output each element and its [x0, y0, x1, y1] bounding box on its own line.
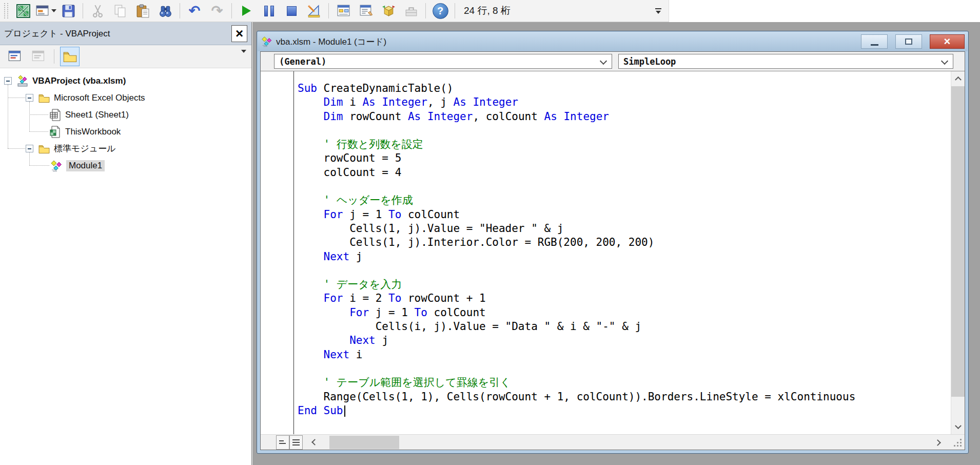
- code-editor[interactable]: Sub CreateDynamicTable() Dim i As Intege…: [261, 71, 951, 434]
- pause-icon: [264, 6, 274, 16]
- view-code-icon: [8, 49, 23, 64]
- save-button[interactable]: [57, 1, 79, 21]
- code-lines: Sub CreateDynamicTable() Dim i As Intege…: [298, 82, 950, 418]
- cut-icon: [90, 4, 105, 18]
- code-line: [298, 180, 950, 193]
- object-browser-button[interactable]: [378, 1, 399, 21]
- chevron-left-icon: [311, 439, 318, 445]
- cursor-position-status: 24 行, 8 桁: [464, 4, 511, 17]
- object-browser-icon: [381, 4, 396, 18]
- view-code-button[interactable]: [5, 47, 25, 66]
- tree-label: Microsoft Excel Objects: [54, 93, 145, 103]
- tree-item-modules-folder[interactable]: 標準モジュール: [0, 140, 251, 157]
- toolbar-separator: [425, 3, 426, 18]
- object-dropdown[interactable]: (General): [274, 54, 612, 69]
- project-panel-titlebar[interactable]: プロジェクト - VBAProject ×: [0, 22, 251, 45]
- folder-icon: [37, 91, 51, 105]
- code-line: End Sub: [298, 404, 950, 418]
- procedure-view-button[interactable]: [276, 435, 289, 450]
- tree-item-sheet1[interactable]: Sheet1 (Sheet1): [0, 106, 251, 123]
- combo-row: (General) SimpleLoop: [261, 52, 965, 71]
- code-line: For j = 1 To colCount: [298, 208, 950, 222]
- code-window-titlebar[interactable]: vba.xlsm - Module1 (コード) ×: [258, 32, 968, 51]
- project-panel-close-button[interactable]: ×: [231, 25, 247, 42]
- help-icon: ?: [433, 3, 448, 19]
- design-mode-button[interactable]: [303, 1, 325, 21]
- maximize-button[interactable]: [895, 34, 922, 49]
- toolbar-separator: [455, 3, 455, 18]
- toolbar-options-arrow-icon: [656, 11, 661, 14]
- code-line: Dim i As Integer, j As Integer: [298, 95, 950, 109]
- vertical-scrollbar[interactable]: [951, 71, 965, 434]
- view-object-button: [29, 47, 48, 66]
- collapse-icon[interactable]: [26, 145, 33, 152]
- paste-button[interactable]: [132, 1, 153, 21]
- resize-grip[interactable]: [951, 438, 962, 447]
- run-button[interactable]: [236, 1, 257, 21]
- vertical-scrollbar-thumb[interactable]: [951, 86, 965, 397]
- minimize-button[interactable]: [861, 34, 888, 49]
- toolbar-options-button[interactable]: [655, 8, 661, 14]
- code-line: rowCount = 5: [298, 151, 950, 165]
- scroll-right-button[interactable]: [931, 435, 944, 450]
- panel-toolbar-options-button[interactable]: [241, 53, 246, 61]
- procedure-dropdown[interactable]: SimpleLoop: [618, 54, 953, 69]
- reset-button[interactable]: [281, 1, 302, 21]
- module-icon: [50, 159, 63, 172]
- horizontal-scrollbar-thumb[interactable]: [329, 436, 399, 449]
- code-line: Next j: [298, 334, 950, 347]
- margin-indicator-line: [293, 71, 294, 434]
- tree-item-vbaproject[interactable]: VBAProject (vba.xlsm): [0, 72, 251, 89]
- tree-item-thisworkbook[interactable]: ThisWorkbook: [0, 123, 251, 140]
- code-line: Cells(i, j).Value = "Data " & i & "-" & …: [298, 320, 950, 334]
- code-line: [298, 124, 950, 138]
- run-icon: [242, 6, 251, 16]
- close-button[interactable]: ×: [930, 34, 965, 49]
- toolbar-separator: [83, 3, 83, 18]
- chevron-down-icon: [600, 57, 607, 65]
- toolbar-options-bar: [655, 8, 661, 9]
- toolbar-separator: [328, 3, 329, 18]
- code-line: Cells(1, j).Interior.Color = RGB(200, 20…: [298, 236, 950, 249]
- tree-label: ThisWorkbook: [65, 127, 121, 137]
- copy-button: [109, 1, 131, 21]
- scroll-up-button[interactable]: [951, 71, 965, 85]
- project-tree: VBAProject (vba.xlsm) Microsoft Excel Ob…: [0, 68, 251, 465]
- view-excel-button[interactable]: [12, 1, 34, 21]
- break-button[interactable]: [258, 1, 280, 21]
- tree-item-excel-objects[interactable]: Microsoft Excel Objects: [0, 89, 251, 106]
- object-dropdown-value: (General): [279, 56, 326, 67]
- copy-icon: [113, 4, 128, 18]
- save-icon: [61, 4, 76, 18]
- toggle-folders-button[interactable]: [60, 47, 80, 66]
- help-button[interactable]: ?: [429, 1, 451, 21]
- full-module-view-button[interactable]: [289, 435, 303, 450]
- project-panel-toolbar: [0, 45, 251, 68]
- window-controls: ×: [861, 34, 965, 49]
- project-explorer-button[interactable]: [332, 1, 354, 21]
- code-line: colCount = 4: [298, 166, 950, 180]
- undo-button[interactable]: ↶: [184, 1, 205, 21]
- chevron-down-icon: [941, 57, 948, 65]
- minimize-icon: [871, 44, 878, 46]
- collapse-icon[interactable]: [4, 77, 12, 85]
- properties-window-icon: [359, 4, 374, 18]
- scroll-down-button[interactable]: [951, 420, 965, 434]
- code-line: Cells(1, j).Value = "Header " & j: [298, 222, 950, 236]
- project-explorer-icon: [336, 4, 351, 18]
- code-line: ' テーブル範囲を選択して罫線を引く: [298, 376, 950, 390]
- code-line: Next j: [298, 250, 950, 264]
- text-cursor: [344, 405, 345, 417]
- undo-icon: ↶: [189, 4, 201, 18]
- main-toolbar: ↶ ↷: [0, 0, 669, 22]
- properties-window-button[interactable]: [355, 1, 377, 21]
- tree-item-module1[interactable]: Module1: [0, 157, 251, 174]
- collapse-icon[interactable]: [26, 94, 33, 102]
- toolbar-grip[interactable]: [4, 3, 8, 18]
- scroll-left-button[interactable]: [308, 435, 321, 450]
- mdi-background: vba.xlsm - Module1 (コード) × (General): [252, 22, 980, 465]
- code-line: For j = 1 To colCount: [298, 306, 950, 320]
- find-icon: [158, 4, 173, 18]
- find-button[interactable]: [154, 1, 176, 21]
- insert-userform-button[interactable]: [35, 1, 56, 21]
